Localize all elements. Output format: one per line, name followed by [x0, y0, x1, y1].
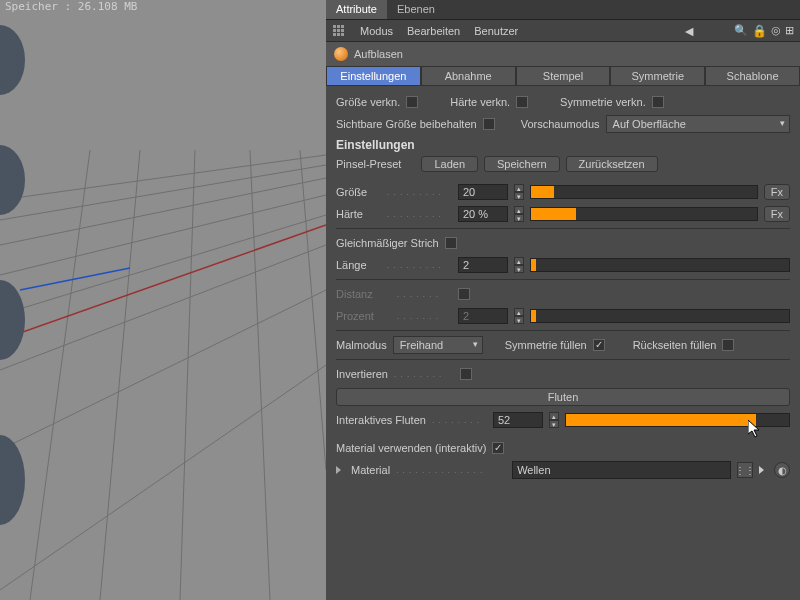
svg-rect-22 [333, 29, 336, 32]
dots: . . . . . . . . [394, 370, 454, 379]
target-icon[interactable]: ◎ [771, 24, 781, 37]
slider-groesse[interactable] [530, 185, 758, 199]
label-laenge: Länge [336, 259, 381, 271]
checkbox-symmetrie-fuellen[interactable] [593, 339, 605, 351]
label-gleichmaessiger: Gleichmäßiger Strich [336, 237, 439, 249]
checkbox-sichtbare-groesse[interactable] [483, 118, 495, 130]
dots: . . . . . . . [397, 290, 452, 299]
subtab-abnahme[interactable]: Abnahme [421, 66, 516, 86]
svg-line-5 [0, 245, 326, 370]
slider-laenge[interactable] [530, 258, 790, 272]
checkbox-material-verwenden[interactable] [492, 442, 504, 454]
btn-fx-haerte[interactable]: Fx [764, 206, 790, 222]
svg-rect-19 [333, 25, 336, 28]
input-interaktives-fluten[interactable]: 52 [493, 412, 543, 428]
dropdown-malmodus[interactable]: Freihand [393, 336, 483, 354]
svg-point-15 [0, 25, 25, 95]
field-material[interactable]: Wellen [512, 461, 731, 479]
slider-prozent [530, 309, 790, 323]
input-haerte[interactable]: 20 % [458, 206, 508, 222]
label-haerte-verkn: Härte verkn. [450, 96, 510, 108]
material-picker-icon[interactable] [759, 466, 764, 474]
svg-point-17 [0, 280, 25, 360]
checkbox-groesse-verkn[interactable] [406, 96, 418, 108]
svg-rect-20 [337, 25, 340, 28]
viewport-3d[interactable]: Speicher : 26.108 MB [0, 0, 326, 600]
svg-rect-24 [341, 29, 344, 32]
svg-line-6 [0, 290, 326, 450]
subtab-schablone[interactable]: Schablone [705, 66, 800, 86]
btn-fx-groesse[interactable]: Fx [764, 184, 790, 200]
arrow-left-icon[interactable]: ◄ [682, 23, 696, 39]
label-vorschaumodus: Vorschaumodus [521, 118, 600, 130]
label-groesse-verkn: Größe verkn. [336, 96, 400, 108]
checkbox-rueckseiten[interactable] [722, 339, 734, 351]
spinner-fluten[interactable]: ▴▾ [549, 412, 559, 428]
expand-triangle-icon[interactable] [336, 466, 341, 474]
dots: . . . . . . . [397, 312, 452, 321]
svg-line-10 [180, 150, 195, 600]
label-haerte: Härte [336, 208, 381, 220]
menu-benutzer[interactable]: Benutzer [474, 25, 518, 37]
spinner-groesse[interactable]: ▴▾ [514, 184, 524, 200]
dots: . . . . . . . . . [387, 261, 452, 270]
btn-speichern[interactable]: Speichern [484, 156, 560, 172]
search-icon[interactable]: 🔍 [734, 24, 748, 37]
dots: . . . . . . . . [432, 416, 487, 425]
svg-line-7 [0, 365, 326, 590]
label-sichtbare-groesse: Sichtbare Größe beibehalten [336, 118, 477, 130]
material-options-icon[interactable]: ⋮⋮ [737, 462, 753, 478]
svg-point-16 [0, 145, 25, 215]
settings-content: Größe verkn. Härte verkn. Symmetrie verk… [326, 86, 800, 488]
tab-ebenen[interactable]: Ebenen [387, 0, 445, 19]
checkbox-symmetrie-verkn[interactable] [652, 96, 664, 108]
btn-fluten[interactable]: Fluten [336, 388, 790, 406]
new-icon[interactable]: ⊞ [785, 24, 794, 37]
label-prozent: Prozent [336, 310, 391, 322]
svg-rect-23 [337, 29, 340, 32]
menu-modus[interactable]: Modus [360, 25, 393, 37]
label-material-verwenden: Material verwenden (interaktiv) [336, 442, 486, 454]
dots: . . . . . . . . . [387, 188, 452, 197]
input-laenge[interactable]: 2 [458, 257, 508, 273]
spinner-laenge[interactable]: ▴▾ [514, 257, 524, 273]
subtab-stempel[interactable]: Stempel [516, 66, 611, 86]
checkbox-distanz[interactable] [458, 288, 470, 300]
label-material: Material [351, 464, 390, 476]
dropdown-vorschaumodus[interactable]: Auf Oberfläche [606, 115, 790, 133]
label-rueckseiten: Rückseiten füllen [633, 339, 717, 351]
inflate-tool-icon [334, 47, 348, 61]
material-clear-icon[interactable]: ◐ [774, 462, 790, 478]
panel-tabs: Attribute Ebenen [326, 0, 800, 20]
svg-line-9 [100, 150, 140, 600]
checkbox-invertieren[interactable] [460, 368, 472, 380]
label-malmodus: Malmodus [336, 339, 387, 351]
section-einstellungen: Einstellungen [336, 138, 790, 152]
btn-laden[interactable]: Laden [421, 156, 478, 172]
slider-interaktives-fluten[interactable] [565, 413, 790, 427]
svg-line-4 [0, 215, 326, 315]
svg-line-14 [20, 268, 130, 290]
panel-menu: Modus Bearbeiten Benutzer ◄ 🔍 🔒 ◎ ⊞ [326, 20, 800, 42]
btn-zuruecksetzen[interactable]: Zurücksetzen [566, 156, 658, 172]
tab-attribute[interactable]: Attribute [326, 0, 387, 19]
dots: . . . . . . . . . [387, 210, 452, 219]
checkbox-gleichmaessiger[interactable] [445, 237, 457, 249]
input-groesse[interactable]: 20 [458, 184, 508, 200]
subtab-einstellungen[interactable]: Einstellungen [326, 66, 421, 86]
svg-rect-21 [341, 25, 344, 28]
lock-icon[interactable]: 🔒 [752, 24, 767, 38]
svg-line-11 [250, 150, 270, 600]
dots: . . . . . . . . . . . . . . [396, 466, 506, 475]
menu-bearbeiten[interactable]: Bearbeiten [407, 25, 460, 37]
svg-line-13 [0, 225, 326, 340]
viewport-memory-info: Speicher : 26.108 MB [5, 0, 137, 13]
subtab-symmetrie[interactable]: Symmetrie [610, 66, 705, 86]
checkbox-haerte-verkn[interactable] [516, 96, 528, 108]
spinner-haerte[interactable]: ▴▾ [514, 206, 524, 222]
label-pinsel-preset: Pinsel-Preset [336, 158, 401, 170]
slider-haerte[interactable] [530, 207, 758, 221]
grid-icon[interactable] [332, 24, 346, 38]
svg-rect-27 [341, 33, 344, 36]
attribute-panel: Attribute Ebenen Modus Bearbeiten Benutz… [326, 0, 800, 600]
